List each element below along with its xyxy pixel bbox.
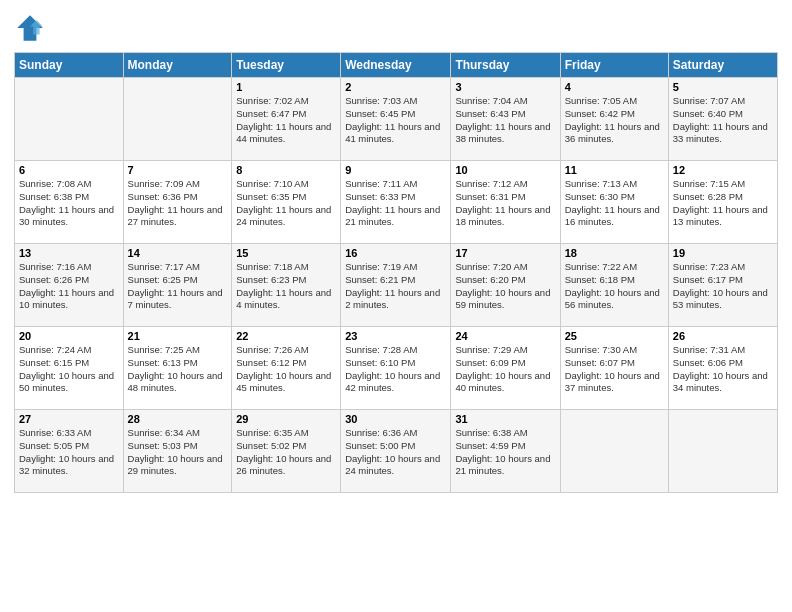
calendar-cell: 17Sunrise: 7:20 AM Sunset: 6:20 PM Dayli… — [451, 244, 560, 327]
day-number: 21 — [128, 330, 228, 342]
calendar-week-1: 1Sunrise: 7:02 AM Sunset: 6:47 PM Daylig… — [15, 78, 778, 161]
calendar-cell — [560, 410, 668, 493]
day-info: Sunrise: 7:04 AM Sunset: 6:43 PM Dayligh… — [455, 95, 555, 146]
day-info: Sunrise: 6:38 AM Sunset: 4:59 PM Dayligh… — [455, 427, 555, 478]
day-info: Sunrise: 7:25 AM Sunset: 6:13 PM Dayligh… — [128, 344, 228, 395]
day-number: 13 — [19, 247, 119, 259]
calendar-week-2: 6Sunrise: 7:08 AM Sunset: 6:38 PM Daylig… — [15, 161, 778, 244]
day-info: Sunrise: 7:19 AM Sunset: 6:21 PM Dayligh… — [345, 261, 446, 312]
calendar-cell: 15Sunrise: 7:18 AM Sunset: 6:23 PM Dayli… — [232, 244, 341, 327]
day-number: 4 — [565, 81, 664, 93]
day-info: Sunrise: 7:17 AM Sunset: 6:25 PM Dayligh… — [128, 261, 228, 312]
day-info: Sunrise: 6:35 AM Sunset: 5:02 PM Dayligh… — [236, 427, 336, 478]
day-number: 29 — [236, 413, 336, 425]
calendar-header-sunday: Sunday — [15, 53, 124, 78]
calendar-cell: 25Sunrise: 7:30 AM Sunset: 6:07 PM Dayli… — [560, 327, 668, 410]
day-info: Sunrise: 6:36 AM Sunset: 5:00 PM Dayligh… — [345, 427, 446, 478]
calendar-cell: 28Sunrise: 6:34 AM Sunset: 5:03 PM Dayli… — [123, 410, 232, 493]
day-info: Sunrise: 6:33 AM Sunset: 5:05 PM Dayligh… — [19, 427, 119, 478]
day-number: 19 — [673, 247, 773, 259]
calendar-cell: 10Sunrise: 7:12 AM Sunset: 6:31 PM Dayli… — [451, 161, 560, 244]
day-info: Sunrise: 7:03 AM Sunset: 6:45 PM Dayligh… — [345, 95, 446, 146]
day-number: 10 — [455, 164, 555, 176]
calendar-header-friday: Friday — [560, 53, 668, 78]
calendar-cell: 7Sunrise: 7:09 AM Sunset: 6:36 PM Daylig… — [123, 161, 232, 244]
calendar-cell: 27Sunrise: 6:33 AM Sunset: 5:05 PM Dayli… — [15, 410, 124, 493]
day-number: 6 — [19, 164, 119, 176]
day-info: Sunrise: 7:29 AM Sunset: 6:09 PM Dayligh… — [455, 344, 555, 395]
calendar-cell: 18Sunrise: 7:22 AM Sunset: 6:18 PM Dayli… — [560, 244, 668, 327]
day-info: Sunrise: 7:23 AM Sunset: 6:17 PM Dayligh… — [673, 261, 773, 312]
day-info: Sunrise: 7:16 AM Sunset: 6:26 PM Dayligh… — [19, 261, 119, 312]
day-info: Sunrise: 7:09 AM Sunset: 6:36 PM Dayligh… — [128, 178, 228, 229]
calendar-header-monday: Monday — [123, 53, 232, 78]
day-info: Sunrise: 7:30 AM Sunset: 6:07 PM Dayligh… — [565, 344, 664, 395]
calendar-cell: 20Sunrise: 7:24 AM Sunset: 6:15 PM Dayli… — [15, 327, 124, 410]
day-number: 16 — [345, 247, 446, 259]
day-number: 26 — [673, 330, 773, 342]
calendar-week-5: 27Sunrise: 6:33 AM Sunset: 5:05 PM Dayli… — [15, 410, 778, 493]
day-info: Sunrise: 7:05 AM Sunset: 6:42 PM Dayligh… — [565, 95, 664, 146]
calendar-cell: 24Sunrise: 7:29 AM Sunset: 6:09 PM Dayli… — [451, 327, 560, 410]
calendar-cell: 9Sunrise: 7:11 AM Sunset: 6:33 PM Daylig… — [341, 161, 451, 244]
day-number: 1 — [236, 81, 336, 93]
calendar-cell: 30Sunrise: 6:36 AM Sunset: 5:00 PM Dayli… — [341, 410, 451, 493]
calendar-cell — [668, 410, 777, 493]
logo — [14, 12, 48, 44]
day-info: Sunrise: 7:24 AM Sunset: 6:15 PM Dayligh… — [19, 344, 119, 395]
day-number: 12 — [673, 164, 773, 176]
day-info: Sunrise: 6:34 AM Sunset: 5:03 PM Dayligh… — [128, 427, 228, 478]
day-info: Sunrise: 7:18 AM Sunset: 6:23 PM Dayligh… — [236, 261, 336, 312]
calendar-cell: 2Sunrise: 7:03 AM Sunset: 6:45 PM Daylig… — [341, 78, 451, 161]
day-number: 17 — [455, 247, 555, 259]
day-info: Sunrise: 7:31 AM Sunset: 6:06 PM Dayligh… — [673, 344, 773, 395]
day-number: 24 — [455, 330, 555, 342]
day-number: 28 — [128, 413, 228, 425]
calendar-cell: 16Sunrise: 7:19 AM Sunset: 6:21 PM Dayli… — [341, 244, 451, 327]
day-info: Sunrise: 7:07 AM Sunset: 6:40 PM Dayligh… — [673, 95, 773, 146]
calendar-cell — [15, 78, 124, 161]
calendar-cell: 26Sunrise: 7:31 AM Sunset: 6:06 PM Dayli… — [668, 327, 777, 410]
day-number: 25 — [565, 330, 664, 342]
day-info: Sunrise: 7:12 AM Sunset: 6:31 PM Dayligh… — [455, 178, 555, 229]
calendar-table: SundayMondayTuesdayWednesdayThursdayFrid… — [14, 52, 778, 493]
day-info: Sunrise: 7:11 AM Sunset: 6:33 PM Dayligh… — [345, 178, 446, 229]
calendar-week-4: 20Sunrise: 7:24 AM Sunset: 6:15 PM Dayli… — [15, 327, 778, 410]
day-info: Sunrise: 7:26 AM Sunset: 6:12 PM Dayligh… — [236, 344, 336, 395]
day-number: 2 — [345, 81, 446, 93]
day-number: 9 — [345, 164, 446, 176]
calendar-cell: 13Sunrise: 7:16 AM Sunset: 6:26 PM Dayli… — [15, 244, 124, 327]
calendar-cell: 14Sunrise: 7:17 AM Sunset: 6:25 PM Dayli… — [123, 244, 232, 327]
day-number: 18 — [565, 247, 664, 259]
calendar-cell: 23Sunrise: 7:28 AM Sunset: 6:10 PM Dayli… — [341, 327, 451, 410]
day-number: 14 — [128, 247, 228, 259]
calendar-cell: 21Sunrise: 7:25 AM Sunset: 6:13 PM Dayli… — [123, 327, 232, 410]
calendar-cell: 4Sunrise: 7:05 AM Sunset: 6:42 PM Daylig… — [560, 78, 668, 161]
calendar-cell: 5Sunrise: 7:07 AM Sunset: 6:40 PM Daylig… — [668, 78, 777, 161]
calendar-header-tuesday: Tuesday — [232, 53, 341, 78]
day-number: 5 — [673, 81, 773, 93]
day-number: 20 — [19, 330, 119, 342]
calendar-cell: 6Sunrise: 7:08 AM Sunset: 6:38 PM Daylig… — [15, 161, 124, 244]
calendar-cell: 11Sunrise: 7:13 AM Sunset: 6:30 PM Dayli… — [560, 161, 668, 244]
day-info: Sunrise: 7:20 AM Sunset: 6:20 PM Dayligh… — [455, 261, 555, 312]
calendar-cell: 19Sunrise: 7:23 AM Sunset: 6:17 PM Dayli… — [668, 244, 777, 327]
calendar-cell: 29Sunrise: 6:35 AM Sunset: 5:02 PM Dayli… — [232, 410, 341, 493]
day-number: 22 — [236, 330, 336, 342]
day-number: 23 — [345, 330, 446, 342]
day-info: Sunrise: 7:02 AM Sunset: 6:47 PM Dayligh… — [236, 95, 336, 146]
day-number: 11 — [565, 164, 664, 176]
calendar-week-3: 13Sunrise: 7:16 AM Sunset: 6:26 PM Dayli… — [15, 244, 778, 327]
day-info: Sunrise: 7:28 AM Sunset: 6:10 PM Dayligh… — [345, 344, 446, 395]
day-info: Sunrise: 7:13 AM Sunset: 6:30 PM Dayligh… — [565, 178, 664, 229]
calendar-cell — [123, 78, 232, 161]
calendar-cell: 31Sunrise: 6:38 AM Sunset: 4:59 PM Dayli… — [451, 410, 560, 493]
day-number: 8 — [236, 164, 336, 176]
calendar-header-row: SundayMondayTuesdayWednesdayThursdayFrid… — [15, 53, 778, 78]
calendar-cell: 12Sunrise: 7:15 AM Sunset: 6:28 PM Dayli… — [668, 161, 777, 244]
header — [14, 12, 778, 44]
day-info: Sunrise: 7:15 AM Sunset: 6:28 PM Dayligh… — [673, 178, 773, 229]
calendar-cell: 8Sunrise: 7:10 AM Sunset: 6:35 PM Daylig… — [232, 161, 341, 244]
day-info: Sunrise: 7:22 AM Sunset: 6:18 PM Dayligh… — [565, 261, 664, 312]
day-number: 7 — [128, 164, 228, 176]
